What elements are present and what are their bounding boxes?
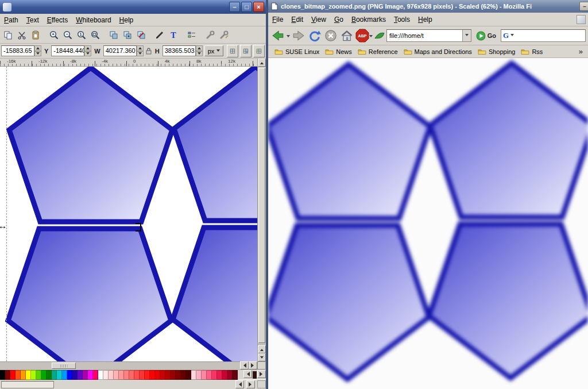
palette-swatch[interactable]: [181, 370, 186, 380]
unlink-clone-button[interactable]: [134, 28, 148, 42]
menu-help[interactable]: Help: [115, 14, 138, 26]
zoomed-bitmap-image[interactable]: [268, 58, 588, 389]
search-box[interactable]: G: [501, 29, 586, 42]
bookmark-suse-linux[interactable]: SUSE Linux: [272, 47, 322, 56]
palette-swatch[interactable]: [160, 370, 165, 380]
palette-swatch[interactable]: [52, 370, 57, 380]
horizontal-scroll-thumb[interactable]: [52, 363, 76, 369]
palette-swatch[interactable]: [124, 370, 129, 380]
palette-swatch[interactable]: [88, 370, 93, 380]
url-dropdown-button[interactable]: [462, 30, 471, 41]
status-scroll-left-button[interactable]: [235, 380, 244, 388]
horizontal-scrollbar[interactable]: [0, 361, 266, 369]
width-field[interactable]: 40217.360: [103, 45, 144, 56]
palette-swatch[interactable]: [26, 370, 31, 380]
paste-button[interactable]: [29, 28, 42, 42]
palette-swatch[interactable]: [67, 370, 72, 380]
palette-swatch[interactable]: [145, 370, 150, 380]
pentagon-top-right[interactable]: [174, 67, 257, 221]
palette-swatch[interactable]: [155, 370, 160, 380]
scroll-right-button[interactable]: [249, 361, 257, 369]
palette-swatch[interactable]: [212, 370, 217, 380]
palette-swatch[interactable]: [186, 370, 191, 380]
y-field[interactable]: -18448.440: [51, 45, 91, 56]
cut-button[interactable]: [15, 28, 29, 42]
pentagon-bottom-left[interactable]: [8, 229, 171, 361]
toggle-scale-stroke[interactable]: [227, 45, 238, 57]
tool-options-button[interactable]: [217, 28, 231, 42]
palette-swatch[interactable]: [227, 370, 233, 380]
x-field[interactable]: -15883.65: [1, 45, 41, 56]
palette-swatch[interactable]: [114, 370, 119, 380]
palette-swatch[interactable]: [165, 370, 171, 380]
reload-button[interactable]: [307, 28, 322, 44]
palette-swatch[interactable]: [93, 370, 98, 380]
palette-swatch[interactable]: [0, 370, 5, 380]
palette-swatch[interactable]: [36, 370, 41, 380]
palette-swatch[interactable]: [57, 370, 62, 380]
search-input[interactable]: [514, 30, 585, 41]
horizontal-ruler[interactable]: -16k-12k-8k-4k04k8k12k: [0, 59, 257, 67]
url-text[interactable]: file:///home/t: [387, 32, 462, 39]
palette-swatch[interactable]: [62, 370, 67, 380]
palette-swatch[interactable]: [233, 370, 238, 380]
toggle-move-gradients[interactable]: [253, 45, 265, 57]
vertical-scroll-thumb[interactable]: [258, 68, 265, 343]
scroll-down-button[interactable]: [258, 353, 266, 361]
unit-select[interactable]: px: [204, 45, 224, 56]
scroll-up-button[interactable]: [258, 59, 266, 67]
menu-help[interactable]: Help: [414, 14, 436, 25]
menu-view[interactable]: View: [307, 14, 330, 25]
palette-swatch[interactable]: [10, 370, 16, 380]
palette-swatch[interactable]: [103, 370, 109, 380]
y-spinner[interactable]: [84, 45, 91, 56]
menu-edit[interactable]: Edit: [287, 14, 307, 25]
forward-button[interactable]: [291, 28, 306, 44]
palette-swatch[interactable]: [47, 370, 52, 380]
lock-ratio-icon[interactable]: [145, 47, 152, 55]
url-bar[interactable]: file:///home/t: [386, 29, 471, 42]
bookmark-shopping[interactable]: Shopping: [475, 47, 519, 56]
layers-button[interactable]: [185, 28, 199, 42]
inkscape-titlebar[interactable]: – □ ×: [0, 0, 266, 14]
palette-swatch[interactable]: [217, 370, 222, 380]
pen-button[interactable]: [153, 28, 167, 42]
firefox-titlebar[interactable]: clones_bitmap_zoomed.png (PNG Image, 976…: [268, 0, 588, 13]
palette-swatch[interactable]: [222, 370, 227, 380]
zoom-in-button[interactable]: +: [47, 28, 61, 42]
inkscape-canvas[interactable]: ↔: [0, 67, 257, 361]
palette-swatch[interactable]: [140, 370, 145, 380]
height-spinner[interactable]: [196, 45, 203, 56]
palette-swatch[interactable]: [150, 370, 155, 380]
back-button[interactable]: [270, 28, 285, 44]
preferences-button[interactable]: [203, 28, 217, 42]
palette-swatch[interactable]: [134, 370, 140, 380]
status-scroll-right-button[interactable]: [246, 380, 255, 388]
menu-bookmarks[interactable]: Bookmarks: [347, 14, 390, 25]
menu-text[interactable]: Text: [22, 14, 43, 26]
vertical-scrollbar[interactable]: [257, 59, 266, 361]
palette-swatch[interactable]: [41, 370, 47, 380]
clone-button[interactable]: [121, 28, 134, 42]
width-value[interactable]: 40217.360: [103, 45, 137, 56]
text-button[interactable]: T: [167, 28, 180, 42]
palette-swatch[interactable]: [202, 370, 207, 380]
menu-file[interactable]: File: [268, 14, 287, 25]
vertical-scroll-track[interactable]: [258, 67, 266, 345]
bookmark-news[interactable]: News: [322, 47, 355, 56]
duplicate-button[interactable]: [107, 28, 121, 42]
go-button[interactable]: Go: [473, 29, 500, 43]
height-value[interactable]: 38365.503: [163, 45, 196, 56]
menu-tools[interactable]: Tools: [390, 14, 414, 25]
palette-swatch[interactable]: [83, 370, 88, 380]
toggle-scale-corners[interactable]: [240, 45, 252, 57]
bookmark-rss[interactable]: Rss: [518, 47, 546, 56]
palette-swatch[interactable]: [98, 370, 103, 380]
pentagon-top-left[interactable]: [9, 68, 172, 222]
palette-swatch[interactable]: [21, 370, 26, 380]
menu-go[interactable]: Go: [330, 14, 347, 25]
bookmark-maps-and-directions[interactable]: Maps and Directions: [401, 47, 475, 56]
back-history-dropdown[interactable]: [287, 35, 290, 39]
bookmarks-overflow-button[interactable]: »: [577, 47, 585, 56]
x-spinner[interactable]: [34, 45, 41, 56]
